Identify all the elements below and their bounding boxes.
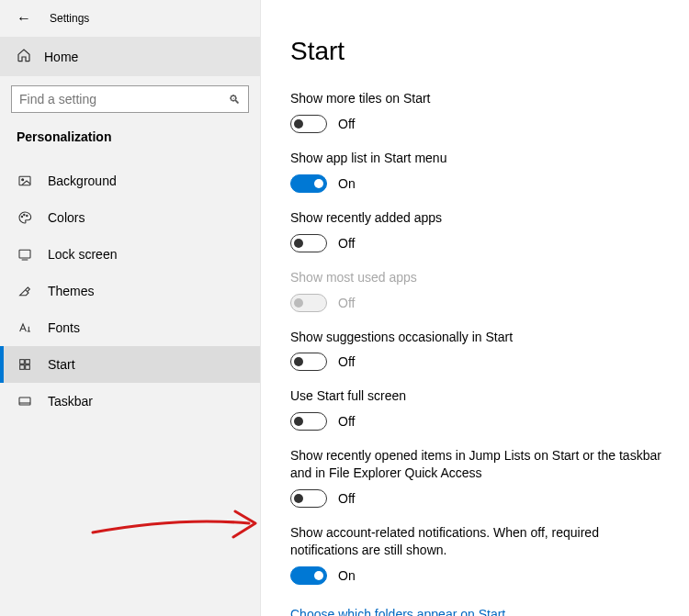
toggle-line: On — [290, 566, 663, 585]
sidebar-item-fonts[interactable]: Fonts — [0, 309, 260, 346]
search-box[interactable]: 🔍︎ — [11, 85, 249, 113]
top-bar: ← Settings — [0, 0, 260, 37]
setting-label: Show recently opened items in Jump Lists… — [290, 447, 663, 482]
toggle-state-label: Off — [338, 117, 355, 131]
toggle-line: Off — [290, 294, 663, 312]
nav-label: Lock screen — [48, 247, 117, 262]
lock-screen-icon — [17, 247, 33, 262]
setting-label: Use Start full screen — [290, 387, 663, 405]
toggle-line: Off — [290, 115, 663, 133]
svg-rect-8 — [20, 365, 25, 370]
themes-icon — [17, 284, 33, 298]
fonts-icon — [17, 320, 33, 335]
toggle-line: Off — [290, 489, 663, 508]
taskbar-icon — [17, 394, 33, 409]
main-content: Start Show more tiles on StartOffShow ap… — [261, 0, 689, 616]
choose-folders-link[interactable]: Choose which folders appear on Start — [290, 607, 505, 616]
search-container: 🔍︎ — [0, 76, 260, 118]
toggle-switch[interactable] — [290, 174, 327, 193]
toggle-switch[interactable] — [290, 566, 327, 585]
palette-icon — [17, 210, 33, 225]
toggle-switch[interactable] — [290, 412, 327, 431]
setting-label: Show recently added apps — [290, 209, 663, 227]
toggle-state-label: Off — [338, 354, 355, 369]
toggle-line: Off — [290, 353, 663, 371]
toggle-state-label: Off — [338, 236, 355, 251]
svg-rect-0 — [19, 176, 30, 185]
nav-label: Themes — [48, 284, 95, 298]
setting-label: Show app list in Start menu — [290, 150, 663, 167]
setting-row: Show app list in Start menuOn — [290, 150, 663, 193]
setting-row: Show more tiles on StartOff — [290, 90, 663, 133]
setting-label: Show most used apps — [290, 269, 663, 286]
svg-rect-6 — [20, 360, 25, 364]
setting-row: Show account-related notifications. When… — [290, 524, 663, 585]
sidebar-item-taskbar[interactable]: Taskbar — [0, 383, 260, 420]
toggle-state-label: Off — [338, 296, 355, 310]
home-icon — [17, 48, 31, 65]
nav-label: Start — [48, 357, 75, 372]
toggle-line: On — [290, 174, 663, 193]
sidebar: ← Settings Home 🔍︎ Personalization Backg… — [0, 0, 261, 616]
sidebar-item-home[interactable]: Home — [0, 37, 260, 76]
nav-label: Background — [48, 174, 117, 188]
svg-point-4 — [27, 215, 28, 216]
svg-point-2 — [21, 216, 22, 217]
annotation-arrow — [88, 500, 272, 555]
svg-rect-9 — [26, 365, 30, 370]
nav-label: Fonts — [48, 320, 80, 335]
setting-label: Show suggestions occasionally in Start — [290, 329, 663, 346]
setting-row: Show most used appsOff — [290, 269, 663, 312]
home-label: Home — [44, 50, 78, 64]
nav-label: Taskbar — [48, 394, 93, 409]
svg-rect-7 — [26, 360, 30, 364]
section-label: Personalization — [0, 118, 260, 150]
start-icon — [17, 357, 33, 372]
page-title: Start — [290, 37, 663, 66]
setting-row: Use Start full screenOff — [290, 387, 663, 431]
back-button[interactable]: ← — [17, 11, 31, 26]
toggle-line: Off — [290, 412, 663, 431]
setting-row: Show suggestions occasionally in StartOf… — [290, 329, 663, 372]
toggle-state-label: Off — [338, 491, 355, 506]
setting-label: Show more tiles on Start — [290, 90, 663, 107]
sidebar-item-start[interactable]: Start — [0, 346, 260, 383]
setting-label: Show account-related notifications. When… — [290, 524, 663, 559]
toggle-state-label: On — [338, 568, 356, 583]
toggle-switch — [290, 294, 327, 312]
toggle-switch[interactable] — [290, 115, 327, 133]
search-icon: 🔍︎ — [229, 93, 241, 106]
app-title: Settings — [50, 12, 89, 25]
sidebar-item-colors[interactable]: Colors — [0, 199, 260, 236]
toggle-switch[interactable] — [290, 489, 327, 508]
toggle-switch[interactable] — [290, 353, 327, 371]
search-input[interactable] — [19, 92, 229, 106]
toggle-line: Off — [290, 234, 663, 252]
nav-label: Colors — [48, 210, 85, 225]
svg-point-3 — [24, 214, 25, 215]
svg-rect-10 — [19, 398, 30, 405]
toggle-switch[interactable] — [290, 234, 327, 252]
setting-row: Show recently opened items in Jump Lists… — [290, 447, 663, 508]
toggle-state-label: Off — [338, 414, 355, 429]
image-icon — [17, 174, 33, 188]
nav-list: Background Colors Lock screen Themes Fon… — [0, 162, 260, 420]
svg-rect-5 — [19, 250, 30, 258]
sidebar-item-background[interactable]: Background — [0, 162, 260, 199]
setting-row: Show recently added appsOff — [290, 209, 663, 252]
toggle-state-label: On — [338, 176, 356, 191]
svg-point-1 — [22, 179, 24, 181]
sidebar-item-themes[interactable]: Themes — [0, 273, 260, 309]
sidebar-item-lock-screen[interactable]: Lock screen — [0, 236, 260, 273]
